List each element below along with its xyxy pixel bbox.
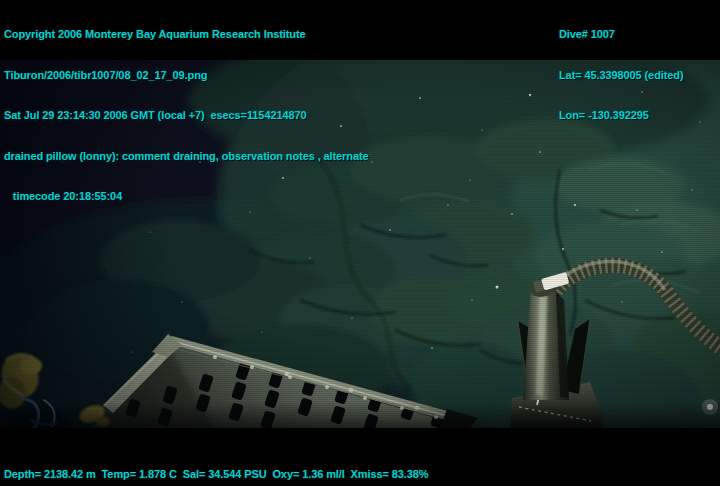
timecode-line: timecode 20:18:55:04 (4, 190, 369, 204)
dive-number-line: Dive# 1007 (559, 28, 683, 42)
longitude-line: Lon= -130.392295 (559, 109, 683, 123)
filepath-line: Tiburon/2006/tibr1007/08_02_17_09.png (4, 69, 369, 83)
latitude-line: Lat= 45.3398005 (edited) (559, 69, 683, 83)
sensor-readout-line: Depth= 2138.42 m Temp= 1.878 C Sal= 34.5… (4, 468, 429, 482)
datetime-line: Sat Jul 29 23:14:30 2006 GMT (local +7) … (4, 109, 369, 123)
telemetry-top-left: Copyright 2006 Monterey Bay Aquarium Res… (4, 1, 369, 231)
telemetry-top-right: Dive# 1007 Lat= 45.3398005 (edited) Lon=… (559, 1, 683, 150)
copyright-line: Copyright 2006 Monterey Bay Aquarium Res… (4, 28, 369, 42)
annotation-line: drained pillow (lonny): comment draining… (4, 150, 369, 164)
rov-video-frame: Copyright 2006 Monterey Bay Aquarium Res… (0, 0, 720, 486)
